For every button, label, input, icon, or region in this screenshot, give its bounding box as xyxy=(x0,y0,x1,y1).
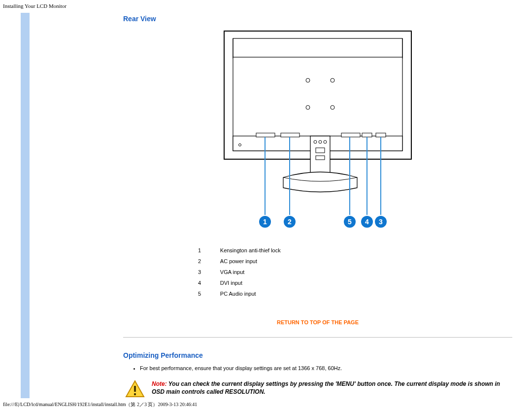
note-row: Note: You can check the current display … xyxy=(123,380,512,398)
svg-rect-6 xyxy=(316,156,325,160)
port-slot-2 xyxy=(281,133,299,137)
rear-view-heading: Rear View xyxy=(123,15,512,23)
legend-row: 1Kensington anti-thief lock xyxy=(198,245,364,255)
legend-row: 3VGA input xyxy=(198,267,364,277)
page-header: Installing Your LCD Monitor xyxy=(3,3,66,9)
return-to-top-link[interactable]: RETURN TO TOP OF THE PAGE xyxy=(123,319,512,325)
legend-row: 2AC power input xyxy=(198,256,364,266)
legend-row: 5PC Audio input xyxy=(198,289,364,299)
legend-table: 1Kensington anti-thief lock 2AC power in… xyxy=(197,244,365,300)
warning-icon xyxy=(125,380,145,398)
top-bezel xyxy=(233,38,402,58)
content-area: Rear View xyxy=(123,15,512,391)
vesa-hole xyxy=(331,78,334,82)
performance-bullets: For best performance, ensure that your d… xyxy=(140,365,512,371)
lock-dot xyxy=(239,144,241,146)
svg-rect-18 xyxy=(134,386,136,392)
svg-text:4: 4 xyxy=(365,218,369,226)
section-divider xyxy=(123,337,512,338)
port-slot-4 xyxy=(362,133,372,137)
note-body: You can check the current display settin… xyxy=(152,380,500,395)
callout-5: 5 xyxy=(344,216,356,228)
port-slot-1 xyxy=(256,133,275,137)
legend-row: 4DVI input xyxy=(198,278,364,288)
blue-sidebar-bar xyxy=(21,13,30,398)
optimizing-performance-heading: Optimizing Performance xyxy=(123,351,512,359)
stand-base xyxy=(283,172,357,192)
svg-text:5: 5 xyxy=(348,218,352,226)
monitor-rear-svg: 1 2 5 4 3 xyxy=(209,29,426,236)
port-slot-5 xyxy=(341,133,360,137)
port-slot-3 xyxy=(376,133,386,137)
svg-rect-19 xyxy=(134,393,136,395)
callout-1: 1 xyxy=(259,216,271,228)
vesa-hole xyxy=(306,105,310,109)
svg-point-3 xyxy=(319,140,322,143)
note-label: Note: xyxy=(152,380,168,387)
svg-text:1: 1 xyxy=(263,218,267,226)
rear-view-diagram: 1 2 5 4 3 xyxy=(209,29,426,236)
page-footer: file:///E|/LCD/lcd/manual/ENGLISH/192E1/… xyxy=(3,401,197,408)
svg-text:3: 3 xyxy=(379,218,383,226)
svg-rect-5 xyxy=(316,148,325,153)
callout-3: 3 xyxy=(375,216,387,228)
vesa-hole xyxy=(331,105,334,109)
vesa-hole xyxy=(306,78,310,82)
svg-text:2: 2 xyxy=(288,218,292,226)
svg-point-2 xyxy=(314,140,317,143)
callout-2: 2 xyxy=(284,216,296,228)
performance-bullet-item: For best performance, ensure that your d… xyxy=(140,365,512,371)
callout-4: 4 xyxy=(361,216,373,228)
note-text: Note: You can check the current display … xyxy=(152,380,510,396)
svg-point-4 xyxy=(324,140,327,143)
